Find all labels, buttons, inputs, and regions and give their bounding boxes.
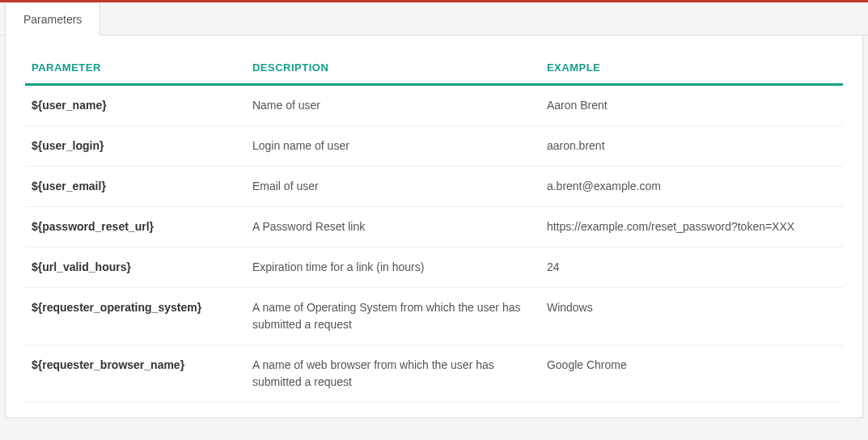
table-row: ${password_reset_url} A Password Reset l…	[25, 207, 843, 248]
cell-parameter: ${requester_operating_system}	[25, 288, 246, 345]
cell-parameter: ${user_login}	[25, 126, 246, 167]
header-example: EXAMPLE	[540, 53, 843, 85]
table-header-row: PARAMETER DESCRIPTION EXAMPLE	[25, 53, 843, 85]
cell-example: a.brent@example.com	[540, 167, 843, 207]
cell-description: A name of web browser from which the use…	[246, 345, 540, 403]
tab-content: PARAMETER DESCRIPTION EXAMPLE ${user_nam…	[5, 36, 863, 418]
parameters-table: PARAMETER DESCRIPTION EXAMPLE ${user_nam…	[25, 53, 843, 403]
cell-example: Google Chrome	[540, 345, 843, 403]
cell-example: aaron.brent	[540, 126, 843, 167]
cell-parameter: ${url_valid_hours}	[25, 248, 246, 288]
table-row: ${requester_operating_system} A name of …	[25, 288, 843, 345]
header-parameter: PARAMETER	[25, 53, 246, 85]
cell-description: Name of user	[246, 85, 540, 126]
cell-parameter: ${user_name}	[25, 85, 246, 126]
cell-description: Login name of user	[246, 126, 540, 167]
cell-example: https://example.com/reset_password?token…	[540, 207, 843, 248]
cell-example: Aaron Brent	[540, 85, 843, 126]
table-row: ${url_valid_hours} Expiration time for a…	[25, 248, 843, 288]
cell-parameter: ${password_reset_url}	[25, 207, 246, 248]
header-description: DESCRIPTION	[246, 53, 540, 85]
table-row: ${requester_browser_name} A name of web …	[25, 345, 843, 403]
tab-label: Parameters	[23, 13, 82, 26]
cell-description: A name of Operating System from which th…	[246, 288, 540, 345]
table-row: ${user_email} Email of user a.brent@exam…	[25, 167, 843, 207]
tabs-bar: Parameters	[0, 0, 868, 36]
tab-parameters[interactable]: Parameters	[5, 3, 100, 36]
cell-description: Expiration time for a link (in hours)	[246, 248, 540, 288]
table-row: ${user_login} Login name of user aaron.b…	[25, 126, 843, 167]
cell-parameter: ${requester_browser_name}	[25, 345, 246, 403]
page-container: Parameters PARAMETER DESCRIPTION EXAMPLE…	[0, 0, 868, 418]
cell-example: Windows	[540, 288, 843, 345]
table-row: ${user_name} Name of user Aaron Brent	[25, 85, 843, 126]
cell-description: A Password Reset link	[246, 207, 540, 248]
cell-description: Email of user	[246, 167, 540, 207]
cell-example: 24	[540, 248, 843, 288]
cell-parameter: ${user_email}	[25, 167, 246, 207]
